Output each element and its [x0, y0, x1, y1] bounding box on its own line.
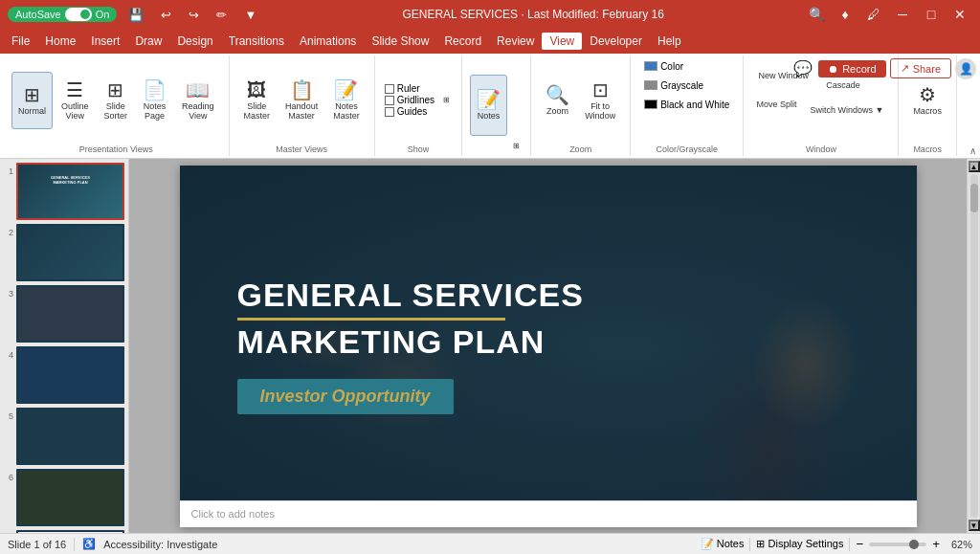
record-button[interactable]: ⏺ Record [818, 60, 885, 78]
slide-thumbnail-7[interactable] [16, 530, 124, 533]
minimize-button[interactable]: ─ [890, 2, 915, 27]
normal-view-label: Normal [18, 106, 46, 116]
autosave-toggle[interactable] [65, 8, 92, 21]
ruler-label: Ruler [397, 83, 420, 94]
maximize-button[interactable]: □ [919, 2, 944, 27]
guides-checkbox-box[interactable] [385, 107, 394, 117]
show-expand-button[interactable]: ⊞ [438, 72, 454, 129]
slide-thumb-container-1: 1 GENERAL SERVICESMARKETING PLAN [4, 163, 124, 220]
move-split-button[interactable]: Move Split [751, 96, 801, 113]
zoom-slider[interactable] [869, 543, 926, 546]
menu-transitions[interactable]: Transitions [221, 33, 292, 50]
slide-master-label: SlideMaster [244, 101, 271, 121]
slide-title-underline [237, 318, 505, 321]
zoom-level[interactable]: 62% [946, 539, 972, 550]
menu-developer[interactable]: Developer [582, 33, 650, 50]
menu-design[interactable]: Design [169, 33, 220, 50]
comments-button[interactable]: 💬 [791, 57, 814, 79]
thumb7-background [18, 532, 122, 533]
slide-subtitle: Investor Opportunity [260, 387, 431, 406]
zoom-control [869, 543, 926, 546]
more-button[interactable]: ▼ [238, 6, 262, 24]
fit-to-window-button[interactable]: ⊡ Fit toWindow [578, 72, 622, 129]
move-split-label: Move Split [756, 100, 796, 109]
slide-thumbnail-4[interactable] [16, 346, 124, 404]
menu-review[interactable]: Review [489, 33, 542, 50]
show-checkboxes: Ruler Gridlines Guides [383, 81, 436, 119]
menu-animations[interactable]: Animations [292, 33, 364, 50]
slide-canvas: GENERAL SERVICES MARKETING PLAN Investor… [129, 159, 967, 533]
notes-expand-button[interactable]: ⊞ [509, 139, 523, 152]
menu-bar: File Home Insert Draw Design Transitions… [0, 29, 980, 54]
slide-thumbnail-3[interactable] [16, 285, 124, 343]
accessibility-label[interactable]: Accessibility: Investigate [103, 539, 217, 550]
color-button[interactable]: Color [638, 57, 689, 75]
handout-master-button[interactable]: 📋 HandoutMaster [278, 72, 324, 129]
switch-windows-button[interactable]: Switch Windows ▼ [803, 96, 890, 124]
notes-page-button[interactable]: 📄 NotesPage [136, 72, 173, 129]
handout-master-icon: 📋 [290, 80, 314, 100]
thumb1-text: GENERAL SERVICESMARKETING PLAN [18, 175, 122, 185]
zoom-out-button[interactable]: − [856, 537, 863, 551]
slide-thumbnail-2[interactable] [16, 224, 124, 281]
save-button[interactable]: 💾 [122, 6, 149, 24]
slide-thumbnail-5[interactable] [16, 408, 124, 465]
scroll-down-button[interactable]: ▼ [969, 520, 980, 531]
zoom-button[interactable]: 🔍 Zoom [539, 72, 576, 129]
black-white-button[interactable]: Black and White [638, 96, 735, 113]
menu-help[interactable]: Help [650, 33, 689, 50]
ruler-checkbox-box[interactable] [385, 84, 394, 94]
undo-button[interactable]: ↩ [155, 6, 177, 24]
notes-button[interactable]: 📝 Notes [470, 75, 507, 136]
notes-status-button[interactable]: 📝 Notes [701, 538, 745, 550]
display-settings-button[interactable]: ⊞ Display Settings [756, 538, 843, 550]
pen2-button[interactable]: 🖊 [861, 2, 886, 27]
slide-subtitle-box: Investor Opportunity [237, 379, 454, 414]
menu-record[interactable]: Record [436, 33, 489, 50]
slide-master-button[interactable]: 🖼 SlideMaster [237, 72, 278, 129]
diamond-button[interactable]: ♦ [833, 2, 858, 27]
scroll-track[interactable] [970, 174, 978, 518]
grayscale-button[interactable]: Grayscale [638, 77, 709, 94]
zoom-in-button[interactable]: + [932, 537, 940, 551]
ribbon-collapse-button[interactable]: ∧ [969, 145, 976, 156]
pen-button[interactable]: ✏ [211, 6, 233, 24]
bw-swatch [644, 100, 657, 109]
close-button[interactable]: ✕ [947, 2, 972, 27]
notes-master-button[interactable]: 📝 NotesMaster [326, 72, 367, 129]
slide-main[interactable]: GENERAL SERVICES MARKETING PLAN Investor… [180, 166, 917, 527]
slide-number-3: 3 [4, 289, 13, 299]
gridlines-checkbox-box[interactable] [385, 96, 394, 105]
search-button[interactable]: 🔍 [804, 2, 829, 27]
autosave-label: AutoSave [15, 9, 61, 20]
slide-thumbnail-6[interactable] [16, 469, 124, 526]
menu-file[interactable]: File [4, 33, 37, 50]
thumb4-background [18, 348, 122, 402]
menu-view[interactable]: View [542, 33, 582, 50]
reading-view-button[interactable]: 📖 ReadingView [175, 72, 221, 129]
share-button[interactable]: ↗ Share [890, 58, 951, 78]
menu-draw[interactable]: Draw [127, 33, 169, 50]
slide-thumbnail-1[interactable]: GENERAL SERVICESMARKETING PLAN [16, 163, 124, 220]
redo-button[interactable]: ↪ [183, 6, 205, 24]
slide-notes-bar[interactable]: Click to add notes [180, 500, 917, 527]
menu-slideshow[interactable]: Slide Show [364, 33, 436, 50]
ruler-checkbox[interactable]: Ruler [385, 83, 434, 94]
record-icon: ⏺ [828, 63, 838, 75]
menu-insert[interactable]: Insert [83, 33, 127, 50]
ribbon-content: ⊞ Normal ☰ OutlineView ⊞ SlideSorter 📄 N… [0, 54, 980, 158]
macros-icon: ⚙ [919, 85, 936, 104]
slide-sorter-button[interactable]: ⊞ SlideSorter [98, 72, 135, 129]
gridlines-checkbox[interactable]: Gridlines [385, 95, 434, 105]
autosave-badge[interactable]: AutoSave On [8, 7, 117, 22]
user-avatar[interactable]: 👤 [955, 58, 976, 79]
status-divider-2 [749, 538, 750, 551]
macros-button[interactable]: ⚙ Macros [906, 72, 948, 129]
normal-view-button[interactable]: ⊞ Normal [11, 72, 53, 129]
guides-checkbox[interactable]: Guides [385, 106, 434, 117]
outline-view-button[interactable]: ☰ OutlineView [55, 72, 96, 129]
window-bottom-row: Move Split Switch Windows ▼ [751, 96, 890, 124]
notes-master-icon: 📝 [334, 80, 358, 100]
menu-home[interactable]: Home [37, 33, 83, 50]
scroll-up-button[interactable]: ▲ [969, 161, 980, 172]
